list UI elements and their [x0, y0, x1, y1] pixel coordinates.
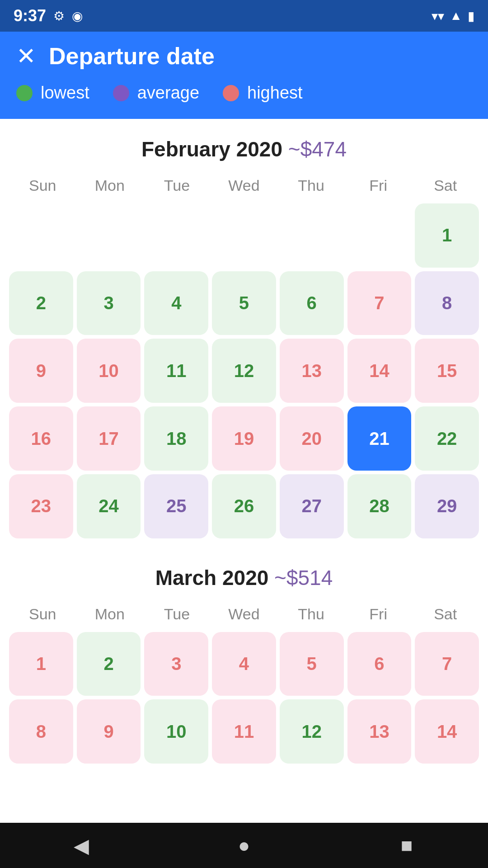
- table-row[interactable]: 10: [77, 339, 141, 403]
- day-header-thu: Thu: [277, 601, 345, 627]
- table-row[interactable]: 14: [347, 339, 412, 403]
- page-title: Departure date: [49, 42, 215, 70]
- table-row[interactable]: 14: [415, 699, 479, 764]
- table-row[interactable]: 18: [144, 406, 208, 471]
- table-row[interactable]: 24: [77, 474, 141, 538]
- empty-cell: [212, 203, 276, 268]
- table-row[interactable]: 11: [212, 699, 276, 764]
- table-row[interactable]: 13: [280, 339, 344, 403]
- cal-grid-mar-2020: 1234567891011121314: [9, 632, 479, 764]
- battery-icon: ▮: [468, 9, 474, 24]
- day-header-tue: Tue: [143, 172, 211, 199]
- bottom-nav: ◀ ● ■: [0, 823, 488, 868]
- recents-button[interactable]: ■: [389, 827, 425, 863]
- status-bar: 9:37 ⚙ ◉ ▾▾ ▲ ▮: [0, 0, 488, 32]
- day-headers-mar-2020: SunMonTueWedThuFriSat: [9, 601, 479, 627]
- legend: lowest average highest: [16, 83, 472, 103]
- highest-label: highest: [247, 83, 303, 103]
- table-row[interactable]: 3: [144, 632, 208, 696]
- highest-dot: [223, 85, 239, 101]
- day-header-wed: Wed: [211, 601, 278, 627]
- month-header-mar-2020: March 2020 ~$514: [9, 547, 479, 601]
- table-row[interactable]: 17: [77, 406, 141, 471]
- table-row[interactable]: 16: [9, 406, 73, 471]
- signal-icon: ▲: [450, 9, 462, 23]
- table-row[interactable]: 2: [9, 271, 73, 335]
- table-row[interactable]: 7: [415, 632, 479, 696]
- empty-cell: [347, 203, 412, 268]
- table-row[interactable]: 23: [9, 474, 73, 538]
- day-header-fri: Fri: [345, 601, 412, 627]
- lowest-label: lowest: [41, 83, 89, 103]
- back-button[interactable]: ◀: [63, 827, 99, 863]
- month-label: March 2020: [155, 566, 269, 590]
- home-button[interactable]: ●: [226, 827, 262, 863]
- table-row[interactable]: 8: [9, 699, 73, 764]
- table-row[interactable]: 12: [212, 339, 276, 403]
- table-row[interactable]: 1: [9, 632, 73, 696]
- table-row[interactable]: 22: [415, 406, 479, 471]
- table-row[interactable]: 4: [212, 632, 276, 696]
- month-price: ~$514: [274, 566, 333, 590]
- gear-icon: ⚙: [53, 9, 65, 24]
- legend-item-average: average: [113, 83, 199, 103]
- table-row[interactable]: 6: [280, 271, 344, 335]
- status-time: 9:37: [14, 6, 46, 25]
- day-header-mon: Mon: [76, 601, 144, 627]
- day-header-sat: Sat: [412, 172, 479, 199]
- table-row[interactable]: 6: [347, 632, 412, 696]
- table-row[interactable]: 10: [144, 699, 208, 764]
- day-header-mon: Mon: [76, 172, 144, 199]
- table-row[interactable]: 13: [347, 699, 412, 764]
- empty-cell: [9, 203, 73, 268]
- month-header-feb-2020: February 2020 ~$474: [9, 119, 479, 172]
- table-row[interactable]: 2: [77, 632, 141, 696]
- legend-item-lowest: lowest: [16, 83, 89, 103]
- day-header-thu: Thu: [277, 172, 345, 199]
- header: ✕ Departure date lowest average highest: [0, 32, 488, 119]
- table-row[interactable]: 11: [144, 339, 208, 403]
- table-row[interactable]: 9: [77, 699, 141, 764]
- lowest-dot: [16, 85, 33, 101]
- table-row[interactable]: 20: [280, 406, 344, 471]
- notification-icon: ◉: [72, 9, 83, 24]
- table-row[interactable]: 29: [415, 474, 479, 538]
- table-row[interactable]: 3: [77, 271, 141, 335]
- table-row[interactable]: 12: [280, 699, 344, 764]
- table-row[interactable]: 9: [9, 339, 73, 403]
- table-row[interactable]: 15: [415, 339, 479, 403]
- table-row[interactable]: 27: [280, 474, 344, 538]
- empty-cell: [77, 203, 141, 268]
- empty-cell: [144, 203, 208, 268]
- month-label: February 2020: [141, 137, 282, 161]
- table-row[interactable]: 7: [347, 271, 412, 335]
- wifi-icon: ▾▾: [432, 9, 444, 24]
- table-row[interactable]: 5: [280, 632, 344, 696]
- table-row[interactable]: 19: [212, 406, 276, 471]
- day-header-wed: Wed: [211, 172, 278, 199]
- calendar-container: February 2020 ~$474SunMonTueWedThuFriSat…: [0, 119, 488, 822]
- average-dot: [113, 85, 129, 101]
- table-row[interactable]: 21: [347, 406, 412, 471]
- table-row[interactable]: 25: [144, 474, 208, 538]
- header-top: ✕ Departure date: [16, 42, 472, 70]
- legend-item-highest: highest: [223, 83, 303, 103]
- status-bar-right: ▾▾ ▲ ▮: [432, 9, 474, 24]
- day-header-sun: Sun: [9, 172, 76, 199]
- table-row[interactable]: 28: [347, 474, 412, 538]
- table-row[interactable]: 26: [212, 474, 276, 538]
- close-button[interactable]: ✕: [16, 44, 36, 68]
- cal-grid-feb-2020: 1234567891011121314151617181920212223242…: [9, 203, 479, 538]
- day-header-sun: Sun: [9, 601, 76, 627]
- table-row[interactable]: 8: [415, 271, 479, 335]
- table-row[interactable]: 4: [144, 271, 208, 335]
- average-label: average: [137, 83, 199, 103]
- table-row[interactable]: 5: [212, 271, 276, 335]
- table-row[interactable]: 1: [415, 203, 479, 268]
- day-header-fri: Fri: [345, 172, 412, 199]
- status-bar-left: 9:37 ⚙ ◉: [14, 6, 83, 25]
- empty-cell: [280, 203, 344, 268]
- day-header-tue: Tue: [143, 601, 211, 627]
- month-price: ~$474: [288, 137, 347, 161]
- day-header-sat: Sat: [412, 601, 479, 627]
